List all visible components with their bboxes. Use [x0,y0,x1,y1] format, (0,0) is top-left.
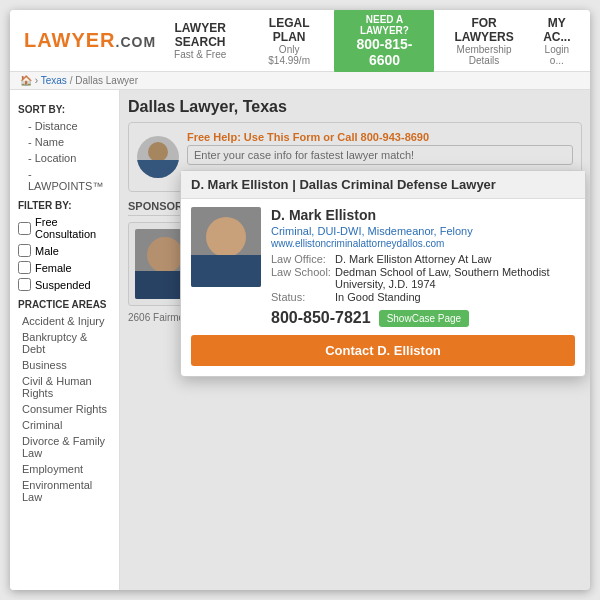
sort-title: SORT BY: [18,104,111,115]
filter-free-consultation-label: Free Consultation [35,216,111,240]
logo-domain: .COM [116,34,157,50]
nav-my-account[interactable]: MY AC... Login o... [534,16,580,66]
filter-male[interactable]: Male [18,242,111,259]
nav-lawyer-search-title: LAWYER SEARCH [163,21,238,49]
popup-phone-row: 800-850-7821 ShowCase Page [271,309,575,327]
practice-title: PRACTICE AREAS [18,299,111,310]
filter-free-consultation-checkbox[interactable] [18,222,31,235]
nav-legal-plan[interactable]: LEGAL PLAN Only $14.99/m [256,16,323,66]
header: LAWYER.COM LAWYER SEARCH Fast & Free LEG… [10,10,590,72]
popup-photo [191,207,261,287]
practice-criminal[interactable]: Criminal [18,417,111,433]
filter-suspended-label: Suspended [35,279,91,291]
filter-male-checkbox[interactable] [18,244,31,257]
home-icon[interactable]: 🏠 [20,75,32,86]
content-area: Dallas Lawyer, Texas Free Help: Use This… [120,90,590,590]
practice-environmental[interactable]: Environmental Law [18,477,111,505]
cta-phone-button[interactable]: NEED A LAWYER? 800-815-6600 [334,10,434,74]
popup-body: D. Mark Elliston Criminal, DUI-DWI, Misd… [191,207,575,327]
cta-label: NEED A LAWYER? [346,14,422,36]
nav-lawyer-search-sub: Fast & Free [163,49,238,60]
logo-law: LAW [24,29,71,51]
nav-legal-plan-sub: Only $14.99/m [262,44,317,66]
filter-suspended-checkbox[interactable] [18,278,31,291]
filter-male-label: Male [35,245,59,257]
logo-text: LAWYER.COM [24,29,156,52]
popup-law-office-value: D. Mark Elliston Attorney At Law [335,253,492,265]
nav-for-lawyers-sub: Membership Details [452,44,515,66]
breadcrumb: 🏠 › Texas / Dallas Lawyer [10,72,590,90]
popup-status-label: Status: [271,291,331,303]
sort-distance[interactable]: - Distance [18,118,111,134]
popup-practice: Criminal, DUI-DWI, Misdemeanor, Felony [271,225,575,237]
logo-yer: YER [71,29,115,51]
popup-law-school-value: Dedman School of Law, Southern Methodist… [335,266,575,290]
nav-for-lawyers-title: FOR LAWYERS [452,16,515,44]
practice-business[interactable]: Business [18,357,111,373]
popup-status-value: In Good Standing [335,291,421,303]
filter-female-label: Female [35,262,72,274]
showcase-button[interactable]: ShowCase Page [379,310,470,327]
popup-phone[interactable]: 800-850-7821 [271,309,371,327]
nav-legal-plan-title: LEGAL PLAN [262,16,317,44]
popup-details: D. Mark Elliston Criminal, DUI-DWI, Misd… [271,207,575,327]
sort-name[interactable]: - Name [18,134,111,150]
filter-title: FILTER BY: [18,200,111,211]
cta-phone: 800-815-6600 [346,36,422,68]
nav-for-lawyers[interactable]: FOR LAWYERS Membership Details [446,16,521,66]
logo-area[interactable]: LAWYER.COM [20,17,145,65]
practice-consumer[interactable]: Consumer Rights [18,401,111,417]
popup-title: D. Mark Elliston | Dallas Criminal Defen… [181,171,585,199]
nav-lawyer-search[interactable]: LAWYER SEARCH Fast & Free [157,21,244,60]
practice-employment[interactable]: Employment [18,461,111,477]
nav-my-account-title: MY AC... [540,16,574,44]
popup-law-office-row: Law Office: D. Mark Elliston Attorney At… [271,253,575,265]
practice-bankruptcy[interactable]: Bankruptcy & Debt [18,329,111,357]
practice-divorce[interactable]: Divorce & Family Law [18,433,111,461]
sort-lawpoints[interactable]: - LAWPOINTS™ [18,166,111,194]
filter-suspended[interactable]: Suspended [18,276,111,293]
practice-accident[interactable]: Accident & Injury [18,313,111,329]
main-layout: SORT BY: - Distance - Name - Location - … [10,90,590,590]
sort-location[interactable]: - Location [18,150,111,166]
filter-female[interactable]: Female [18,259,111,276]
popup-law-school-row: Law School: Dedman School of Law, Southe… [271,266,575,290]
breadcrumb-texas[interactable]: Texas [41,75,67,86]
nav-my-account-sub: Login o... [540,44,574,66]
popup-website[interactable]: www.ellistoncriminalattorneydallos.com [271,238,575,249]
popup-law-school-label: Law School: [271,266,331,290]
popup-law-office-label: Law Office: [271,253,331,265]
breadcrumb-dallas: Dallas Lawyer [75,75,138,86]
popup-lawyer-name: D. Mark Elliston [271,207,575,223]
filter-free-consultation[interactable]: Free Consultation [18,214,111,242]
contact-elliston-button[interactable]: Contact D. Elliston [191,335,575,366]
popup-status-row: Status: In Good Standing [271,291,575,303]
practice-civil[interactable]: Civil & Human Rights [18,373,111,401]
popup-card: D. Mark Elliston | Dallas Criminal Defen… [180,170,586,377]
filter-female-checkbox[interactable] [18,261,31,274]
sidebar: SORT BY: - Distance - Name - Location - … [10,90,120,590]
main-window: LAWYER.COM LAWYER SEARCH Fast & Free LEG… [10,10,590,590]
